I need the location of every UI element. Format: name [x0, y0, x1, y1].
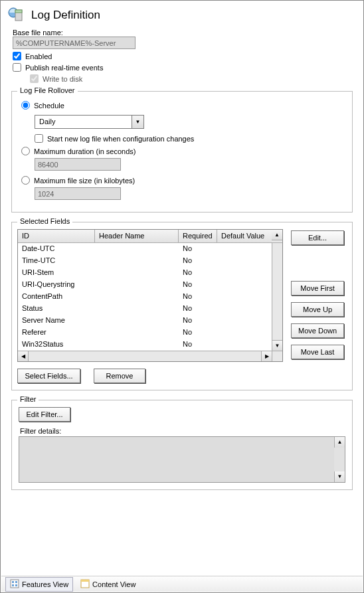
- scroll-right-button[interactable]: ▶: [261, 351, 272, 361]
- scroll-up-button[interactable]: ▲: [272, 230, 282, 240]
- max-duration-label: Maximum duration (in seconds): [34, 147, 136, 155]
- col-required[interactable]: Required: [179, 230, 217, 242]
- table-cell: [95, 267, 179, 279]
- table-cell: [217, 279, 272, 291]
- max-duration-radio[interactable]: [21, 147, 30, 155]
- svg-rect-7: [15, 584, 17, 586]
- table-row[interactable]: RefererNo: [18, 327, 272, 339]
- publish-checkbox[interactable]: [13, 63, 21, 72]
- remove-button[interactable]: Remove: [94, 369, 145, 383]
- move-down-button[interactable]: Move Down: [291, 323, 344, 338]
- chevron-up-icon: ▲: [337, 440, 343, 445]
- table-row[interactable]: URI-QuerystringNo: [18, 279, 272, 291]
- max-filesize-label: Maximum file size (in kilobytes): [34, 177, 135, 185]
- base-file-name-input[interactable]: [13, 37, 136, 49]
- features-view-tab[interactable]: Features View: [5, 577, 73, 592]
- table-cell: [95, 243, 179, 255]
- table-cell: Time-UTC: [18, 255, 95, 267]
- table-row[interactable]: Server NameNo: [18, 315, 272, 327]
- enabled-label: Enabled: [25, 52, 52, 60]
- max-duration-input[interactable]: [35, 158, 121, 171]
- table-cell: Referer: [18, 327, 95, 339]
- table-cell: URI-Stem: [18, 267, 95, 279]
- write-disk-row: Write to disk: [30, 74, 357, 83]
- table-row[interactable]: Time-UTCNo: [18, 255, 272, 267]
- write-disk-checkbox: [30, 74, 39, 83]
- chevron-down-icon: ▼: [337, 474, 343, 479]
- title-row: Log Definition: [7, 6, 357, 25]
- svg-rect-6: [12, 584, 14, 586]
- start-new-checkbox[interactable]: [35, 134, 43, 143]
- max-filesize-input[interactable]: [35, 187, 121, 200]
- table-cell: [95, 339, 179, 351]
- table-row[interactable]: URI-StemNo: [18, 267, 272, 279]
- svg-rect-3: [11, 580, 19, 588]
- scroll-up-button[interactable]: ▲: [334, 437, 345, 448]
- fields-table[interactable]: ID Header Name Required Default Value ▲ …: [17, 229, 283, 362]
- horizontal-scrollbar[interactable]: ◀ ▶: [18, 351, 282, 361]
- table-cell: [95, 279, 179, 291]
- filter-group: Filter Edit Filter... Filter details: ▲ …: [11, 400, 353, 490]
- table-row[interactable]: StatusNo: [18, 303, 272, 315]
- table-cell: [95, 291, 179, 303]
- table-header: ID Header Name Required Default Value ▲: [18, 230, 282, 243]
- col-default[interactable]: Default Value: [217, 230, 272, 242]
- max-filesize-radio-row: Maximum file size (in kilobytes): [21, 176, 345, 185]
- field-action-buttons: Edit... Move First Move Up Move Down Mov…: [291, 230, 344, 359]
- content-view-icon: [80, 579, 90, 590]
- move-first-button[interactable]: Move First: [291, 281, 344, 296]
- table-cell: No: [179, 243, 217, 255]
- table-cell: URI-Querystring: [18, 279, 95, 291]
- filter-legend: Filter: [17, 395, 39, 403]
- select-fields-button[interactable]: Select Fields...: [17, 369, 80, 383]
- table-row[interactable]: Date-UTCNo: [18, 243, 272, 255]
- chevron-up-icon: ▲: [274, 232, 280, 238]
- content-view-label: Content View: [92, 580, 136, 588]
- start-new-row: Start new log file when configuration ch…: [35, 134, 345, 143]
- svg-rect-2: [15, 10, 22, 13]
- page-title: Log Definition: [31, 9, 100, 22]
- table-row[interactable]: Win32StatusNo: [18, 339, 272, 351]
- table-cell: [217, 339, 272, 351]
- table-body[interactable]: Date-UTCNoTime-UTCNoURI-StemNoURI-Querys…: [18, 243, 272, 351]
- filter-scrollbar[interactable]: ▲ ▼: [334, 437, 345, 482]
- enabled-checkbox[interactable]: [13, 52, 21, 60]
- table-cell: [217, 291, 272, 303]
- move-last-button[interactable]: Move Last: [291, 345, 344, 359]
- edit-filter-button[interactable]: Edit Filter...: [19, 407, 70, 422]
- max-duration-radio-row: Maximum duration (in seconds): [21, 147, 345, 155]
- table-cell: [95, 327, 179, 339]
- table-cell: Date-UTC: [18, 243, 95, 255]
- content-view-tab[interactable]: Content View: [76, 577, 140, 592]
- edit-button[interactable]: Edit...: [291, 230, 344, 245]
- schedule-select-value: Daily: [35, 116, 132, 128]
- chevron-down-icon: ▼: [275, 343, 280, 349]
- schedule-radio[interactable]: [21, 101, 30, 110]
- dropdown-button[interactable]: ▼: [132, 116, 143, 128]
- log-definition-icon: [7, 6, 26, 25]
- schedule-select[interactable]: Daily ▼: [35, 115, 144, 129]
- table-cell: Win32Status: [18, 339, 95, 351]
- table-cell: No: [179, 315, 217, 327]
- schedule-radio-row: Schedule: [21, 101, 345, 110]
- rollover-group: Log File Rollover Schedule Daily ▼ Start…: [11, 91, 353, 212]
- log-definition-panel: Log Definition Base file name: Enabled P…: [0, 0, 364, 593]
- table-row[interactable]: ContentPathNo: [18, 291, 272, 303]
- base-file-name-row: Base file name:: [13, 29, 357, 49]
- schedule-label: Schedule: [34, 102, 64, 110]
- scroll-corner: [272, 351, 282, 361]
- filter-details-textarea[interactable]: ▲ ▼: [19, 436, 345, 483]
- col-id[interactable]: ID: [18, 230, 95, 242]
- table-cell: No: [179, 291, 217, 303]
- vertical-scrollbar[interactable]: ▼: [272, 243, 282, 351]
- scroll-left-button[interactable]: ◀: [18, 351, 29, 361]
- view-switcher: Features View Content View: [1, 576, 363, 592]
- features-view-label: Features View: [22, 580, 68, 588]
- max-filesize-radio[interactable]: [21, 176, 30, 185]
- col-header-name[interactable]: Header Name: [95, 230, 179, 242]
- scroll-down-button[interactable]: ▼: [272, 340, 282, 351]
- table-cell: No: [179, 303, 217, 315]
- table-cell: [217, 303, 272, 315]
- scroll-down-button[interactable]: ▼: [334, 471, 345, 482]
- move-up-button[interactable]: Move Up: [291, 302, 344, 317]
